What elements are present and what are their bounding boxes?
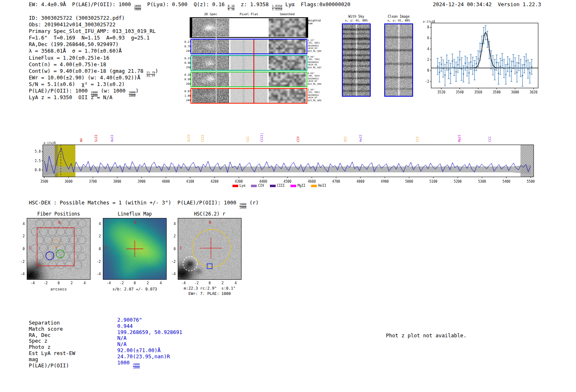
y-tick-label: -2 <box>167 260 176 264</box>
match-table: Separation2.90076"Match score0.944RA, De… <box>29 317 259 370</box>
text-segment: N/A <box>117 335 127 341</box>
text-segment: HSC-DEX : Possible Matches = 1 (within +… <box>29 199 239 206</box>
hsc-dex-header: HSC-DEX : Possible Matches = 1 (within +… <box>29 199 259 210</box>
scale-line: 0.27 <box>176 40 191 44</box>
x-tick-label: 4 <box>81 281 88 285</box>
x-tick-label: 2 <box>144 281 151 285</box>
spec2d-cell-canvas <box>269 19 306 37</box>
stacked-fraction: 10001000 <box>134 5 141 12</box>
text-segment: Cont(n) = 4.00(±0.75)e-18 <box>29 61 106 67</box>
legend-label: HeII <box>318 184 326 188</box>
legend-item: MgII <box>290 184 305 188</box>
x-tick-label: 2 <box>219 281 226 285</box>
emission-line-label: SiII <box>94 135 98 142</box>
y-tick-label: -4 <box>93 272 101 276</box>
scale-line: 0.99 <box>176 77 191 82</box>
text-segment: 2.90076" <box>117 317 142 323</box>
legend-label: CIII <box>277 184 285 188</box>
fraction-bottom: 21.77 <box>146 74 155 78</box>
fraction-bottom: 1000 <box>134 8 141 11</box>
ann-line: (41, 805) <box>308 91 321 93</box>
y-tick-label: 2 <box>167 234 176 238</box>
text-segment: EW: 4.4±0.9Å P(LAE)/P(OII): 1000 <box>29 1 134 7</box>
stacked-fraction: 10001000 <box>133 363 140 370</box>
scale-line: 1.04 <box>176 94 191 98</box>
fiber-positions-title: Fiber Positions <box>27 211 91 217</box>
weighted-sum-label: WeightedSum <box>308 19 321 25</box>
hsc-cutout-xlabel: m:22.3 rc:2.9" s:0.1" <box>172 286 248 290</box>
spectrum-legend: LyαCIVCIIIMgIIHeII <box>232 184 326 188</box>
x-tick-label: -2 <box>118 281 125 285</box>
text-segment: ) <box>136 88 139 94</box>
text-segment: z: 1.9358 <box>235 1 272 7</box>
text-segment: N/A <box>117 341 127 347</box>
x-tick-label: -2 <box>42 281 49 285</box>
detection-info-block: ID: 3003025722 (3003025722.pdf)Obs: 2019… <box>29 15 158 101</box>
fraction-bottom: 1000 <box>239 206 246 209</box>
emission-line-label: HeII <box>359 135 362 142</box>
text-segment: 1000 <box>117 360 133 366</box>
y-tick-label: 4 <box>93 222 101 226</box>
clean-image-coords: x, y: 41, 805 <box>383 19 414 22</box>
clean-image-title: Clean Image <box>383 15 414 19</box>
stacked-fraction: 10001000 <box>239 203 246 210</box>
table-row-label: P(LAE)/P(OII) <box>29 362 69 369</box>
spec2d-red-line <box>253 39 254 104</box>
table-row-value: 1000 10001000 <box>117 360 140 370</box>
spec2d-row-scales: 0.210.90250 <box>176 56 191 70</box>
ann-line: Sum <box>308 22 321 25</box>
table-row: P(LAE)/P(OII)1000 10001000 <box>29 360 259 366</box>
text-segment: LyA z = 1.9350 OII z = N/A <box>29 94 112 100</box>
emission-line-label: MgII <box>458 135 461 142</box>
legend-label: Lyα <box>239 184 245 188</box>
emission-line-label: CII <box>488 136 492 142</box>
emission-line-label: SiIV <box>187 135 190 142</box>
text-segment: Cont(w) = 9.40(±0.07)e-18 (gmag 21.78 <box>29 68 146 74</box>
info-line: P(LAE)/P(OII): 1000 10001000 (w: 1000 10… <box>29 88 158 94</box>
scale-line: 0.90 <box>176 61 191 65</box>
info-line: LineFlux = 1.20(±0.25)e-16 <box>29 55 158 61</box>
text-segment: ID: 3003025722 (3003025722.pdf) <box>29 15 125 21</box>
emission-line-label: HeII <box>110 135 114 142</box>
spec2d-column-title: Pixel Flat <box>230 12 267 16</box>
y-tick-label: -2 <box>16 260 25 264</box>
legend-item: CIII <box>270 184 285 188</box>
x-tick-label: -4 <box>105 281 112 285</box>
hsc-cutout-title: HSC(26.2) r <box>178 211 242 217</box>
table-row: mag24.70(23.95,nan)R <box>29 353 259 360</box>
fraction-bottom: 1000 <box>129 94 136 97</box>
y-tick-label: 2 <box>16 234 25 238</box>
text-segment: λ = 3568.01Å σ = 1.70(±0.60)Å <box>29 48 122 54</box>
fraction-top: 0.16 <box>228 5 235 8</box>
scale-line: 0.07 <box>176 89 191 94</box>
text-segment: LineFlux = 1.20(±0.25)e-16 <box>29 55 109 61</box>
info-line: S/N = 5.1(±0.6) χ² = 1.3(±0.2) <box>29 81 158 88</box>
scale-line: 249 <box>176 98 191 103</box>
stacked-fraction: 1.93581.9358 <box>272 5 282 12</box>
text-segment: P(Lyα): 0.500 Q(z): 0.16 <box>141 1 228 7</box>
spec2d-row-annotation: 1.95"(41, 805)20190412v014_07013_RL_068 <box>308 88 321 102</box>
x-tick-label: 0 <box>206 281 214 285</box>
y-tick-label: 4 <box>16 222 25 226</box>
table-row: RA, Dec199.268659, 50.928691 <box>29 329 259 335</box>
emission-line-label: CII <box>246 136 250 142</box>
fiber-positions-image <box>27 218 91 280</box>
fraction-bottom: 1.9358 <box>272 8 282 11</box>
fraction-top: 21.79 <box>146 72 155 74</box>
text-segment: 199.268659, 50.928691 <box>117 329 182 335</box>
table-row-value: N/A <box>117 335 127 341</box>
ann-line: (40, 618) <box>308 74 321 77</box>
x-tick-label: -2 <box>193 281 200 285</box>
text-segment: Primary Spec_Slot_IFU_AMP: 013_103_019_R… <box>29 28 156 34</box>
ann-line: 013_RL_088 <box>308 50 321 52</box>
spec2d-row-scales: 0.071.04249 <box>176 89 191 103</box>
x-tick-label: 2 <box>68 281 75 285</box>
y-tick-label: 0 <box>16 247 25 251</box>
legend-swatch <box>232 185 238 187</box>
info-line: EWr = 10.00(±2.90) (w: 4.40(±0.92))Å <box>29 74 158 81</box>
legend-label: CIV <box>258 184 264 188</box>
text-segment: F=1.6" T=0.169 N=1.15 A=0.93 g=25.1 <box>29 35 150 41</box>
text-segment: (w: 1000 <box>98 88 128 94</box>
spec2d-row-annotation: 1.37"(41, 805)20190412v014_03013_RL_088 <box>308 39 321 52</box>
text-segment: 92.00(±71.00)Å <box>117 347 160 353</box>
